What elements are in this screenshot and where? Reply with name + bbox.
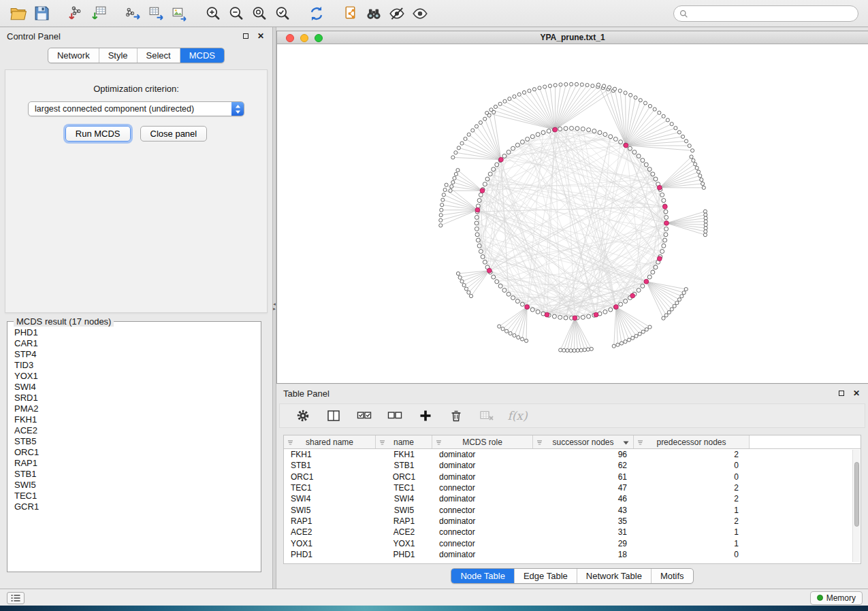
tab-node-table[interactable]: Node Table [451, 569, 514, 583]
main-toolbar [0, 0, 868, 27]
import-table-button[interactable] [87, 3, 110, 24]
column-header-name[interactable]: name [376, 435, 432, 448]
mcds-result-item[interactable]: SWI5 [14, 480, 254, 491]
table-row[interactable]: STB1STB1dominator620 [284, 460, 861, 471]
tab-mcds[interactable]: MCDS [180, 48, 224, 63]
close-mcds-panel-button[interactable]: Close panel [140, 126, 208, 142]
refresh-button[interactable] [305, 3, 328, 24]
table-cell: 18 [533, 550, 634, 559]
import-network-button[interactable] [64, 3, 87, 24]
float-panel-button[interactable] [241, 31, 251, 41]
table-row[interactable]: SWI4SWI4dominator462 [284, 493, 861, 504]
graphics-details-button[interactable] [385, 3, 408, 24]
table-scrollbar[interactable] [852, 450, 860, 562]
run-mcds-button[interactable]: Run MCDS [65, 126, 131, 142]
gear-icon [296, 409, 310, 423]
table-row[interactable]: RAP1RAP1dominator352 [284, 516, 861, 527]
mcds-result-item[interactable]: PHD1 [14, 327, 254, 338]
zoom-in-button[interactable] [202, 3, 225, 24]
annotations-button[interactable] [339, 3, 362, 24]
tab-style[interactable]: Style [99, 48, 137, 63]
tab-network-table[interactable]: Network Table [577, 569, 651, 583]
column-header-successor-nodes[interactable]: successor nodes [533, 435, 634, 448]
close-table-panel-button[interactable]: ✕ [852, 389, 861, 398]
delete-table-icon [479, 409, 494, 423]
table-cell: 1 [634, 506, 750, 515]
birds-eye-view-button[interactable] [408, 3, 432, 24]
table-cell: SWI5 [376, 506, 432, 515]
mcds-result-item[interactable]: TID3 [14, 360, 254, 371]
binoculars-icon [365, 5, 383, 22]
memory-button[interactable]: Memory [810, 591, 863, 605]
mcds-result-item[interactable]: STB1 [14, 469, 254, 480]
table-settings-button[interactable] [295, 408, 311, 424]
table-row[interactable]: ACE2ACE2connector311 [284, 527, 861, 538]
tab-select[interactable]: Select [137, 48, 180, 63]
table-cell: FKH1 [284, 450, 376, 459]
column-header-shared-name[interactable]: shared name [284, 435, 376, 448]
column-header-predecessor-nodes[interactable]: predecessor nodes [634, 435, 750, 448]
mcds-result-item[interactable]: ORC1 [14, 447, 254, 458]
table-cell: YOX1 [284, 539, 376, 548]
table-cell: FKH1 [376, 450, 432, 459]
table-cell: 1 [634, 527, 750, 537]
table-row[interactable]: YOX1YOX1connector291 [284, 538, 861, 548]
mcds-result-item[interactable]: CAR1 [14, 338, 254, 349]
open-file-button[interactable] [7, 3, 30, 24]
save-session-button[interactable] [30, 3, 53, 24]
table-cell: 61 [533, 472, 634, 482]
mcds-result-item[interactable]: ACE2 [14, 425, 254, 436]
mcds-result-item[interactable]: SWI4 [14, 382, 254, 393]
checked-boxes-icon [357, 409, 372, 423]
mcds-result-item[interactable]: STP4 [14, 349, 254, 360]
close-icon: ✕ [853, 389, 860, 398]
column-header-MCDS-role[interactable]: MCDS role [432, 435, 533, 448]
mcds-result-item[interactable]: TEC1 [14, 491, 254, 501]
mcds-result-item[interactable]: PMA2 [14, 403, 254, 414]
network-window-titlebar[interactable]: YPA_prune.txt_1 [277, 31, 868, 44]
create-column-button[interactable] [417, 408, 434, 424]
find-button[interactable] [362, 3, 385, 24]
search-input[interactable] [688, 9, 852, 18]
function-builder-button[interactable]: f(x) [509, 408, 526, 424]
mcds-result-item[interactable]: STB5 [14, 436, 254, 447]
zoom-selected-button[interactable] [271, 3, 294, 24]
memory-status-icon [817, 595, 823, 601]
table-cell: SWI5 [284, 506, 376, 515]
delete-table-button[interactable] [479, 408, 495, 424]
delete-column-button[interactable] [448, 408, 464, 424]
close-panel-button[interactable]: ✕ [256, 31, 266, 41]
optimization-criterion-select[interactable]: largest connected component (undirected) [28, 101, 244, 116]
export-table-button[interactable] [144, 3, 167, 24]
tab-network[interactable]: Network [48, 48, 99, 63]
float-table-panel-button[interactable] [837, 389, 846, 398]
tab-motifs[interactable]: Motifs [651, 569, 693, 583]
select-all-columns-button[interactable] [356, 408, 372, 424]
network-canvas[interactable] [277, 44, 868, 383]
import-network-icon [67, 5, 84, 22]
export-network-button[interactable] [121, 3, 144, 24]
tab-edge-table[interactable]: Edge Table [514, 569, 577, 583]
table-row[interactable]: PHD1PHD1dominator180 [284, 549, 861, 560]
network-graph[interactable] [277, 44, 868, 383]
unselect-all-columns-button[interactable] [387, 408, 403, 424]
mcds-result-item[interactable]: FKH1 [14, 414, 254, 425]
table-cell: YOX1 [376, 539, 432, 548]
show-columns-button[interactable] [325, 408, 342, 424]
splitter-arrows-icon[interactable]: ◂▸ [273, 301, 276, 311]
zoom-selected-icon [274, 5, 291, 22]
table-row[interactable]: ORC1ORC1dominator610 [284, 472, 861, 482]
table-cell: ORC1 [284, 472, 376, 482]
mcds-result-item[interactable]: RAP1 [14, 458, 254, 469]
mcds-result-item[interactable]: YOX1 [14, 371, 254, 382]
export-image-button[interactable] [167, 3, 191, 24]
scrollbar-thumb[interactable] [854, 462, 859, 527]
task-history-button[interactable] [7, 592, 25, 604]
mcds-result-item[interactable]: SRD1 [14, 393, 254, 403]
mcds-result-item[interactable]: GCR1 [14, 501, 254, 512]
zoom-fit-button[interactable] [248, 3, 271, 24]
table-row[interactable]: TEC1TEC1connector472 [284, 482, 861, 493]
table-row[interactable]: SWI5SWI5connector431 [284, 504, 861, 515]
zoom-out-button[interactable] [225, 3, 248, 24]
table-row[interactable]: FKH1FKH1dominator962 [284, 449, 861, 460]
